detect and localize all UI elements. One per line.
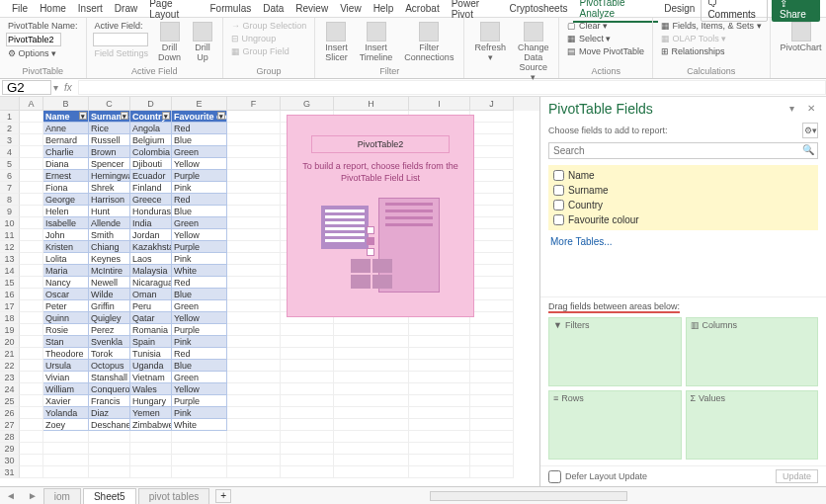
cell-C30[interactable]: [89, 455, 130, 466]
cell-A22[interactable]: [20, 360, 43, 372]
cell-D7[interactable]: Finland: [130, 182, 172, 194]
cell-H21[interactable]: [334, 348, 409, 360]
cell-B20[interactable]: Stan: [43, 336, 89, 348]
cell-J21[interactable]: [470, 348, 514, 360]
cell-I26[interactable]: [409, 407, 470, 419]
cell-J9[interactable]: [470, 206, 514, 217]
cell-C25[interactable]: Francis: [89, 395, 130, 407]
field-country[interactable]: Country: [551, 198, 815, 212]
cell-H24[interactable]: [334, 383, 409, 395]
cell-A15[interactable]: [20, 277, 43, 289]
cell-C7[interactable]: Shrek: [89, 182, 130, 194]
field-favourite-colour[interactable]: Favourite colour: [551, 212, 815, 227]
cell-E11[interactable]: Yellow: [172, 229, 227, 241]
cell-B12[interactable]: Kristen: [43, 241, 89, 253]
cell-C4[interactable]: Brown: [89, 146, 130, 158]
cell-C24[interactable]: Conqueror: [89, 383, 130, 395]
cell-E13[interactable]: Pink: [172, 253, 227, 265]
pane-close-icon[interactable]: ✕: [804, 102, 818, 116]
cell-B15[interactable]: Nancy: [43, 277, 89, 289]
cell-E1[interactable]: Favourite colour▾: [172, 111, 227, 123]
field-settings-button[interactable]: Field Settings: [93, 47, 151, 59]
row-header-14[interactable]: 14: [0, 265, 20, 277]
pane-settings-icon[interactable]: ▾: [785, 102, 798, 116]
cell-A4[interactable]: [20, 146, 43, 158]
row-header-9[interactable]: 9: [0, 206, 20, 217]
cell-A16[interactable]: [20, 289, 43, 300]
cell-B10[interactable]: Isabelle: [43, 217, 89, 229]
cell-H23[interactable]: [334, 372, 409, 383]
cell-G27[interactable]: [281, 419, 334, 431]
cell-F26[interactable]: [227, 407, 281, 419]
cell-G31[interactable]: [281, 466, 334, 478]
defer-checkbox[interactable]: [548, 470, 561, 483]
cell-A13[interactable]: [20, 253, 43, 265]
cell-D30[interactable]: [130, 455, 172, 466]
cell-A10[interactable]: [20, 217, 43, 229]
row-header-21[interactable]: 21: [0, 348, 20, 360]
cell-D29[interactable]: [130, 443, 172, 455]
cell-J24[interactable]: [470, 383, 514, 395]
fields-items-sets-button[interactable]: ▦ Fields, Items, & Sets ▾: [659, 20, 764, 32]
cell-J10[interactable]: [470, 217, 514, 229]
row-header-2[interactable]: 2: [0, 123, 20, 134]
field-checkbox[interactable]: [553, 185, 564, 196]
sheet-tab-iom[interactable]: iom: [43, 488, 81, 504]
cell-J11[interactable]: [470, 229, 514, 241]
cell-F22[interactable]: [227, 360, 281, 372]
row-header-10[interactable]: 10: [0, 217, 20, 229]
tab-formulas[interactable]: Formulas: [205, 1, 258, 16]
cell-H29[interactable]: [334, 443, 409, 455]
cell-J5[interactable]: [470, 158, 514, 170]
cell-G30[interactable]: [281, 455, 334, 466]
cell-A21[interactable]: [20, 348, 43, 360]
cell-J8[interactable]: [470, 194, 514, 206]
cell-H20[interactable]: [334, 336, 409, 348]
cell-C8[interactable]: Harrison: [89, 194, 130, 206]
tab-home[interactable]: Home: [34, 1, 72, 16]
row-header-12[interactable]: 12: [0, 241, 20, 253]
cell-F1[interactable]: [227, 111, 281, 123]
row-header-16[interactable]: 16: [0, 289, 20, 300]
insert-timeline-button[interactable]: Insert Timeline: [356, 20, 397, 64]
cell-G26[interactable]: [281, 407, 334, 419]
cell-B13[interactable]: Lolita: [43, 253, 89, 265]
horizontal-scrollbar[interactable]: [231, 491, 826, 501]
tab-view[interactable]: View: [334, 1, 368, 16]
drill-up-button[interactable]: Drill Up: [189, 20, 216, 64]
group-field-button[interactable]: ▦ Group Field: [229, 45, 308, 57]
cell-B17[interactable]: Peter: [43, 300, 89, 312]
cell-G28[interactable]: [281, 431, 334, 443]
cell-B19[interactable]: Rosie: [43, 324, 89, 336]
cell-H25[interactable]: [334, 395, 409, 407]
cell-G22[interactable]: [281, 360, 334, 372]
cell-J6[interactable]: [470, 170, 514, 182]
cell-B1[interactable]: Name▾: [43, 111, 89, 123]
cell-C29[interactable]: [89, 443, 130, 455]
column-header-I[interactable]: I: [409, 97, 470, 111]
column-header-C[interactable]: C: [89, 97, 130, 111]
cell-C5[interactable]: Spencer: [89, 158, 130, 170]
field-surname[interactable]: Surname: [551, 183, 815, 198]
cell-A27[interactable]: [20, 419, 43, 431]
row-header-23[interactable]: 23: [0, 372, 20, 383]
cell-I27[interactable]: [409, 419, 470, 431]
cell-E20[interactable]: Pink: [172, 336, 227, 348]
cell-C13[interactable]: Keynes: [89, 253, 130, 265]
cell-D26[interactable]: Yemen: [130, 407, 172, 419]
cell-C23[interactable]: Stanshall: [89, 372, 130, 383]
cell-D6[interactable]: Ecuador: [130, 170, 172, 182]
cell-J4[interactable]: [470, 146, 514, 158]
cell-E19[interactable]: Purple: [172, 324, 227, 336]
row-header-17[interactable]: 17: [0, 300, 20, 312]
cell-E28[interactable]: [172, 431, 227, 443]
sheet-nav-next-icon[interactable]: ►: [22, 490, 43, 501]
cell-E4[interactable]: Green: [172, 146, 227, 158]
cell-F8[interactable]: [227, 194, 281, 206]
column-header-H[interactable]: H: [334, 97, 409, 111]
search-input[interactable]: [548, 142, 818, 159]
column-header-E[interactable]: E: [172, 97, 227, 111]
field-name[interactable]: Name: [551, 168, 815, 183]
cell-E10[interactable]: Green: [172, 217, 227, 229]
area-values[interactable]: ΣValues: [686, 390, 819, 460]
